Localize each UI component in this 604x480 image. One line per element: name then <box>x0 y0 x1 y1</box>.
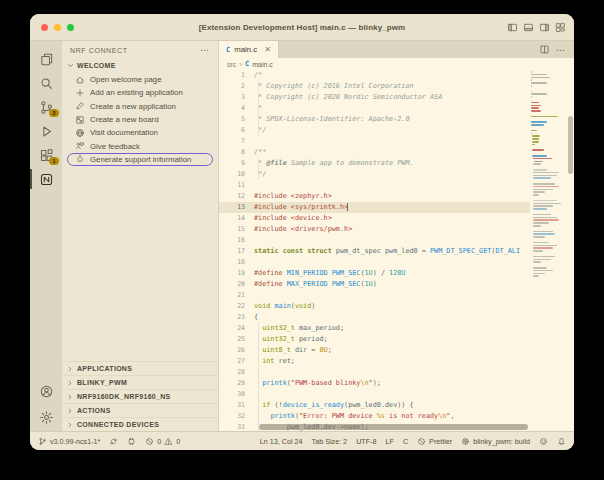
line-number[interactable]: 28 <box>219 367 254 378</box>
line-number[interactable]: 26 <box>219 345 254 356</box>
code-line-content[interactable]: #include <zephyr.h> <box>254 191 530 202</box>
close-tab-icon[interactable]: ✕ <box>264 45 271 54</box>
split-editor-icon[interactable] <box>539 44 550 55</box>
code-line-content[interactable] <box>254 235 530 246</box>
activity-item-search[interactable] <box>30 71 62 95</box>
line-number[interactable]: 9 <box>219 158 254 169</box>
code-line-content[interactable]: static const struct pwm_dt_spec pwm_led0… <box>254 246 530 257</box>
line-number[interactable]: 2 <box>219 81 254 92</box>
section-connected-devices[interactable]: CONNECTED DEVICES <box>62 417 218 431</box>
code-line-content[interactable]: uint8_t dir = 0U; <box>254 345 530 356</box>
code-line-content[interactable]: /* <box>254 70 530 81</box>
toggle-secondary-sidebar-icon[interactable] <box>539 22 550 33</box>
code-line-content[interactable]: * <box>254 103 530 114</box>
minimap[interactable] <box>530 70 566 431</box>
status-build-task[interactable]: blinky_pwm: build <box>461 437 530 446</box>
code-line-content[interactable] <box>254 290 530 301</box>
line-number[interactable]: 21 <box>219 290 254 301</box>
activity-item-nrf-connect[interactable] <box>30 167 62 191</box>
activity-item-explorer[interactable] <box>30 47 62 71</box>
line-number[interactable]: 17 <box>219 246 254 257</box>
line-number[interactable]: 23 <box>219 312 254 323</box>
line-number[interactable]: 14 <box>219 213 254 224</box>
breadcrumb-folder[interactable]: src <box>227 61 236 68</box>
line-number[interactable]: 32 <box>219 411 254 422</box>
activity-item-accounts[interactable] <box>30 379 62 403</box>
code-line-content[interactable]: * Copyright (c) 2016 Intel Corporation <box>254 81 530 92</box>
status-sync-changes[interactable] <box>109 437 118 446</box>
code-line-content[interactable] <box>254 136 530 147</box>
code-editor[interactable]: 1/*2 * Copyright (c) 2016 Intel Corporat… <box>219 70 574 431</box>
line-number[interactable]: 11 <box>219 180 254 191</box>
line-number[interactable]: 5 <box>219 114 254 125</box>
status-encoding[interactable]: UTF-8 <box>356 437 376 446</box>
status-language-mode[interactable]: C <box>403 437 408 446</box>
status-indentation[interactable]: Tab Size: 2 <box>312 437 348 446</box>
line-number[interactable]: 19 <box>219 268 254 279</box>
line-number[interactable]: 13 <box>219 202 254 213</box>
welcome-item-generate-support-information[interactable]: Generate support information <box>62 153 218 166</box>
activity-item-source-control[interactable]: 2 <box>30 95 62 119</box>
welcome-item-create-a-new-board[interactable]: Create a new board <box>62 113 218 126</box>
line-number[interactable]: 3 <box>219 92 254 103</box>
status-debug-probe[interactable] <box>127 437 136 446</box>
status-cursor-position[interactable]: Ln 13, Col 24 <box>260 437 303 446</box>
line-number[interactable]: 16 <box>219 235 254 246</box>
status-prettier[interactable]: Prettier <box>417 437 452 446</box>
code-line-content[interactable]: #define MAX_PERIOD PWM_SEC(1U) <box>254 279 530 290</box>
section-actions[interactable]: ACTIONS <box>62 403 218 417</box>
code-line-content[interactable]: int ret; <box>254 356 530 367</box>
code-line-content[interactable]: uint32_t period; <box>254 334 530 345</box>
code-line-content[interactable]: if (!device_is_ready(pwm_led0.dev)) { <box>254 400 530 411</box>
line-number[interactable]: 7 <box>219 136 254 147</box>
line-number[interactable]: 22 <box>219 301 254 312</box>
activity-item-run-and-debug[interactable] <box>30 119 62 143</box>
line-number[interactable]: 6 <box>219 125 254 136</box>
status-git-branch[interactable]: v3.0.99-ncs1-1* <box>38 437 100 446</box>
tab-main-c[interactable]: C main.c ✕ <box>219 41 279 58</box>
line-number[interactable]: 30 <box>219 389 254 400</box>
zoom-window-button[interactable] <box>67 24 74 31</box>
vertical-scrollbar[interactable] <box>568 116 573 174</box>
breadcrumb-file[interactable]: main.c <box>252 61 273 68</box>
line-number[interactable]: 24 <box>219 323 254 334</box>
code-line-content[interactable] <box>254 180 530 191</box>
code-line-content[interactable]: printk("PWM-based blinky\n"); <box>254 378 530 389</box>
line-number[interactable]: 15 <box>219 224 254 235</box>
section-blinky-pwm[interactable]: BLINKY_PWM <box>62 375 218 389</box>
code-line-content[interactable]: uint32_t max_period; <box>254 323 530 334</box>
line-number[interactable]: 33 <box>219 422 254 431</box>
status-feedback[interactable] <box>539 437 548 446</box>
welcome-item-give-feedback[interactable]: Give feedback <box>62 139 218 152</box>
activity-item-extensions[interactable]: 1 <box>30 143 62 167</box>
welcome-item-create-a-new-application[interactable]: Create a new application <box>62 100 218 113</box>
toggle-primary-sidebar-icon[interactable] <box>507 22 518 33</box>
sidebar-more-actions-icon[interactable]: ⋯ <box>200 45 210 55</box>
editor-more-actions-icon[interactable]: ⋯ <box>556 45 566 55</box>
section-nrf9160dk-nrf9160-ns[interactable]: NRF9160DK_NRF9160_NS <box>62 389 218 403</box>
welcome-item-visit-documentation[interactable]: Visit documentation <box>62 126 218 139</box>
code-line-content[interactable]: * Copyright (c) 2020 Nordic Semiconducto… <box>254 92 530 103</box>
code-line-content[interactable]: * @file Sample app to demonstrate PWM. <box>254 158 530 169</box>
line-number[interactable]: 1 <box>219 70 254 81</box>
code-line-content[interactable] <box>254 367 530 378</box>
horizontal-scrollbar[interactable] <box>259 424 528 430</box>
code-line-content[interactable]: * SPDX-License-Identifier: Apache-2.0 <box>254 114 530 125</box>
code-line-content[interactable]: #include <device.h> <box>254 213 530 224</box>
welcome-item-add-an-existing-application[interactable]: Add an existing application <box>62 86 218 99</box>
line-number[interactable]: 8 <box>219 147 254 158</box>
line-number[interactable]: 20 <box>219 279 254 290</box>
code-line-content[interactable]: #include <sys/printk.h> <box>254 202 530 213</box>
status-problems[interactable]: 00 <box>145 437 180 446</box>
line-number[interactable]: 27 <box>219 356 254 367</box>
code-line-content[interactable]: #define MIN_PERIOD PWM_SEC(1U) / 128U <box>254 268 530 279</box>
close-window-button[interactable] <box>41 24 48 31</box>
code-line-content[interactable]: printk("Error: PWM device %s is not read… <box>254 411 530 422</box>
status-notifications[interactable] <box>557 437 566 446</box>
line-number[interactable]: 25 <box>219 334 254 345</box>
activity-item-settings[interactable] <box>30 405 62 429</box>
line-number[interactable]: 31 <box>219 400 254 411</box>
welcome-section-header[interactable]: WELCOME <box>62 59 218 72</box>
status-eol[interactable]: LF <box>386 437 394 446</box>
code-line-content[interactable]: /** <box>254 147 530 158</box>
